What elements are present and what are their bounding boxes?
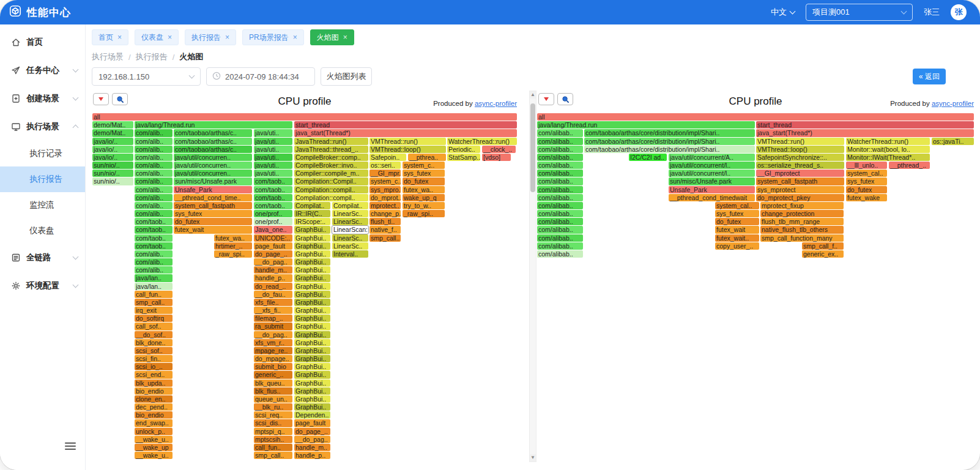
flame-cell[interactable]: java/lan.. xyxy=(135,274,173,282)
flame-cell[interactable]: GraphBui.. xyxy=(294,315,330,322)
flame-cell[interactable]: scsi_io_.. xyxy=(135,363,173,370)
flame-cell[interactable]: java/io/.. xyxy=(92,146,133,153)
host-select[interactable]: 192.168.1.150 xyxy=(92,67,201,86)
flame-cell[interactable]: handle_p.. xyxy=(294,452,330,459)
breadcrumb-item[interactable]: 执行报告 xyxy=(136,51,168,62)
flame-cell[interactable]: com/alibab.. xyxy=(537,129,583,136)
flamegraph-list-button[interactable]: 火焰图列表 xyxy=(321,67,372,86)
flame-cell[interactable]: scsi_req.. xyxy=(254,411,292,419)
flame-cell[interactable]: __do_pag.. xyxy=(254,331,292,338)
flame-cell[interactable]: __pthread_.. xyxy=(889,162,930,169)
flame-cell[interactable]: system_c.. xyxy=(403,162,445,169)
flame-cell[interactable]: com/alib.. xyxy=(135,202,173,209)
flame-cell[interactable]: IR::IR(C.. xyxy=(294,210,330,217)
flame-cell[interactable]: system_c.. xyxy=(369,177,401,185)
flame-cell[interactable]: __do_pag.. xyxy=(254,258,292,266)
flame-cell[interactable]: com/alib.. xyxy=(135,258,173,266)
flame-cell[interactable]: GraphBui.. xyxy=(294,274,330,282)
flame-cell[interactable]: sys_futex xyxy=(715,210,759,217)
flame-cell[interactable]: sys_mprotect xyxy=(756,186,844,193)
flame-cell[interactable]: com/alib.. xyxy=(135,177,173,185)
flame-cell[interactable]: start_thread xyxy=(756,121,974,129)
flame-cell[interactable]: com/alibab.. xyxy=(537,210,583,217)
flame-cell[interactable]: system_call_fastpath xyxy=(174,202,252,209)
flame-cell[interactable]: sun/nio/.. xyxy=(92,170,133,177)
flame-cell[interactable]: com/alib.. xyxy=(135,266,173,274)
flame-cell[interactable]: java/uti.. xyxy=(254,129,292,136)
sidebar-item-4[interactable]: 全链路 xyxy=(0,244,85,272)
flame-cell[interactable]: com/alib.. xyxy=(135,210,173,217)
flame-cell[interactable]: scsi_fin.. xyxy=(135,355,173,362)
sidebar-item-0[interactable]: 首页 xyxy=(0,28,85,56)
flame-cell[interactable]: VMThread::run() xyxy=(369,138,446,145)
datetime-picker[interactable]: 2024-07-09 18:44:34 xyxy=(206,67,315,86)
flame-cell[interactable]: com/taobao/arthas/c.. xyxy=(174,138,252,145)
flame-cell[interactable]: all xyxy=(537,113,974,121)
flame-cell[interactable]: Compilat.. xyxy=(332,202,368,209)
sidebar-subitem-3-3[interactable]: 仪表盘 xyxy=(0,218,85,244)
flame-cell[interactable]: copy_user_.. xyxy=(715,242,759,250)
flame-cell[interactable]: GraphBui.. xyxy=(294,266,330,274)
flame-cell[interactable]: Monitor::IWait(Thread*.. xyxy=(846,154,930,161)
flame-cell[interactable]: __wake_u.. xyxy=(135,452,173,459)
tab-1[interactable]: 仪表盘× xyxy=(135,29,179,45)
flame-cell[interactable]: generic_ex.. xyxy=(802,250,844,258)
flame-cell[interactable]: com/taobao/arthas/core/distribution/impl… xyxy=(584,138,755,145)
flame-cell[interactable]: com/alibab.. xyxy=(537,170,583,177)
sidebar-item-2[interactable]: 创建场景 xyxy=(0,84,85,113)
flame-cell[interactable]: java/util/concurrent/l.. xyxy=(669,170,755,177)
flame-cell[interactable]: Java_one.. xyxy=(254,226,292,233)
flame-cell[interactable]: __lll_unlo.. xyxy=(846,162,887,169)
flame-cell[interactable]: os::seri.. xyxy=(369,162,401,169)
flame-cell[interactable]: GraphBui.. xyxy=(294,403,330,411)
flame-cell[interactable]: Compilation::compil.. xyxy=(294,186,368,193)
flame-cell[interactable]: LinearScan: xyxy=(332,226,368,233)
flame-cell[interactable]: futex_wa.. xyxy=(214,234,252,242)
flame-cell[interactable]: com/alibab.. xyxy=(537,138,583,145)
flame-cell[interactable]: com/alib.. xyxy=(135,162,173,169)
flame-cell[interactable]: GraphBui.. xyxy=(294,379,330,387)
flame-cell[interactable]: GraphBui.. xyxy=(294,395,330,403)
flame-cell[interactable]: smp_call_function_many xyxy=(760,234,844,242)
flame-cell[interactable]: blk_flus.. xyxy=(254,387,292,395)
flame-cell[interactable]: com/taobao/arthas/c.. xyxy=(174,129,252,136)
flame-cell[interactable]: Compilation::Compil.. xyxy=(294,177,368,185)
flame-cell[interactable]: submit_bio xyxy=(254,363,292,370)
flame-cell[interactable]: java/lan.. xyxy=(135,283,173,290)
flame-cell[interactable]: sys_futex xyxy=(403,170,445,177)
flame-cell[interactable]: UNICODE:.. xyxy=(254,234,292,242)
flame-cell[interactable]: system_call_fastpath xyxy=(756,177,844,185)
flame-cell[interactable]: VMThread::loop() xyxy=(369,146,446,153)
flame-cell[interactable]: __do_pag.. xyxy=(294,436,330,443)
flame-cell[interactable]: end_swap.. xyxy=(135,419,173,427)
breadcrumb-item[interactable]: 执行场景 xyxy=(92,51,124,62)
flame-cell[interactable]: com/alibab.. xyxy=(537,186,583,193)
app-logo[interactable]: 性能中心 xyxy=(9,4,71,20)
flame-cell[interactable]: blk_upda.. xyxy=(135,379,173,387)
flame-cell[interactable]: com/alib.. xyxy=(135,138,173,145)
flame-cell[interactable]: com/alib.. xyxy=(135,250,173,258)
flame-cell[interactable]: do_mpage.. xyxy=(254,355,292,362)
flame-cell[interactable]: __blk_ru.. xyxy=(254,403,292,411)
flame-cell[interactable]: SafepointSynchronize::.. xyxy=(756,154,844,161)
project-select[interactable]: 项目测001 xyxy=(806,4,913,21)
flame-cell[interactable]: LinearSc.. xyxy=(332,242,368,250)
flame-cell[interactable]: I2C/C2I ad.. xyxy=(629,154,667,161)
flame-cell[interactable]: com/alibab.. xyxy=(537,218,583,225)
flame-cell[interactable]: sys_mpro.. xyxy=(369,186,401,193)
flame-cell[interactable]: futex_wake xyxy=(846,194,887,201)
flame-cell[interactable]: do_futex xyxy=(174,218,252,225)
tab-4[interactable]: 火焰图× xyxy=(310,29,354,45)
flame-cell[interactable]: com/taob.. xyxy=(135,226,173,233)
flame-cell[interactable]: GraphBui.. xyxy=(294,355,330,362)
flame-cell[interactable]: flush_tl.. xyxy=(369,218,401,225)
flame-cell[interactable]: com/alibab.. xyxy=(537,154,583,161)
flame-cell[interactable]: one/prof.. xyxy=(254,218,292,225)
flame-cell[interactable]: WatcherThread::run() xyxy=(846,138,930,145)
scroll-up-icon[interactable]: ▲ xyxy=(530,91,536,99)
flame-cell[interactable]: CompileBroker::invo.. xyxy=(294,162,368,169)
flame-cell[interactable]: native_flush_tlb_others xyxy=(760,226,844,233)
flame-cell[interactable]: JavaThread::thread_.. xyxy=(294,146,368,153)
flame-cell[interactable]: handle_m.. xyxy=(254,266,292,274)
flame-cell[interactable]: page_fault xyxy=(294,419,330,427)
